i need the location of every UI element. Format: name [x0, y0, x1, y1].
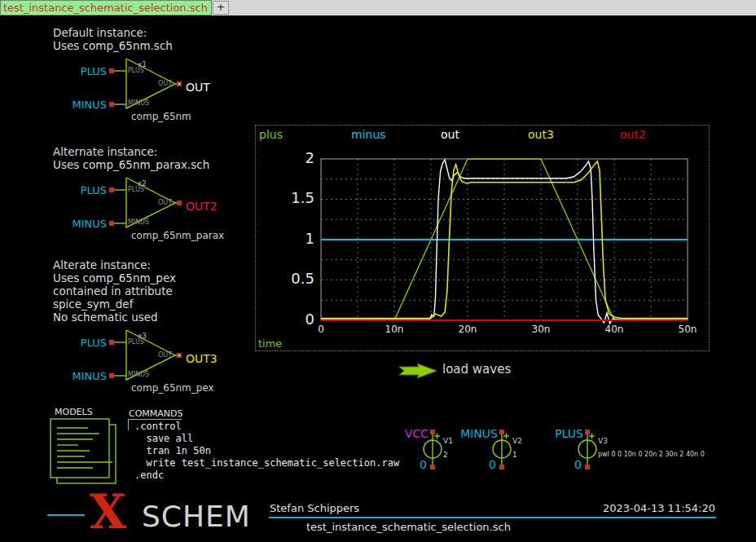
comparator-symbol-x1[interactable]: PLUS MINUS OUT x1 PLUS MINUS OUT comp_65… [51, 59, 296, 124]
pin-label-out: OUT [144, 199, 172, 206]
pin-label-out: OUT [144, 351, 172, 359]
instance-heading: Default instance: Uses comp_65nm.sch [53, 26, 173, 52]
xschem-logo-x: X [90, 488, 126, 535]
source-value: 2 [443, 451, 448, 459]
pin-label-out: OUT [144, 80, 172, 87]
net-label-gnd[interactable]: 0 [485, 458, 496, 471]
net-label-out3[interactable]: OUT3 [186, 352, 218, 365]
pin-label-minus: MINUS [128, 218, 149, 226]
symbol-name: comp_65nm_pex [131, 382, 214, 394]
x-tick-10n: 10n [376, 324, 412, 335]
title-block-rule-left [47, 514, 85, 516]
commands-label: COMMANDS [129, 408, 183, 419]
xschem-logo-text: SCHEM [142, 500, 251, 533]
green-arrow-icon [399, 364, 438, 380]
net-label-minus[interactable]: MINUS [69, 370, 107, 382]
pin-label-plus: PLUS [128, 338, 144, 346]
schematic-filename: test_instance_schematic_selection.sch [306, 521, 511, 533]
tab-bar: test_instance_schematic_selection.sch + [0, 0, 756, 15]
y-tick-0-5: 0.5 [279, 270, 314, 287]
legend-minus[interactable]: minus [351, 128, 386, 141]
symbol-name: comp_65nm [131, 111, 191, 122]
tab-current-schematic[interactable]: test_instance_schematic_selection.sch [0, 0, 212, 15]
instance-heading: Alterate instance: Uses comp_65nm_pex co… [53, 258, 176, 324]
pin-label-minus: MINUS [128, 371, 149, 378]
net-label-plus[interactable]: PLUS [512, 427, 583, 440]
net-label-gnd[interactable]: 0 [570, 458, 582, 471]
symbol-name: comp_65nm_parax [131, 230, 224, 241]
author-name: Stefan Schippers [270, 502, 359, 514]
net-label-minus[interactable]: MINUS [69, 99, 107, 111]
legend-out[interactable]: out [441, 128, 459, 141]
x-axis-label: time [258, 337, 282, 350]
legend-out2[interactable]: out2 [620, 128, 646, 141]
net-label-out[interactable]: OUT [186, 81, 210, 94]
title-block-rule-right [269, 517, 716, 518]
legend-plus[interactable]: plus [259, 128, 283, 141]
x-tick-40n: 40n [596, 324, 632, 335]
net-label-out2[interactable]: OUT2 [186, 200, 218, 213]
source-pwl-value: pwl 0 0 10n 0 20n 2 30n 2 40n 0 [598, 451, 705, 458]
y-tick-1: 1 [279, 230, 314, 247]
waveform-plot-area[interactable] [256, 126, 709, 350]
legend-out3[interactable]: out3 [528, 128, 554, 141]
source-designator: V3 [598, 437, 608, 445]
net-label-gnd[interactable]: 0 [415, 458, 427, 471]
voltage-source-v3[interactable]: PLUS V3 pwl 0 0 10n 0 20n 2 30n 2 40n 0 … [560, 427, 707, 474]
timestamp: 2023-04-13 11:54:20 [570, 502, 715, 514]
waveform-graph[interactable]: plus minus out out3 out2 2 1.5 1 0.5 0 0… [255, 125, 710, 351]
x-tick-50n: 50n [670, 324, 705, 335]
x-tick-30n: 30n [523, 324, 559, 335]
net-label-plus[interactable]: PLUS [69, 65, 107, 77]
new-tab-button[interactable]: + [213, 1, 229, 15]
xschem-window: test_instance_schematic_selection.sch + … [0, 0, 756, 542]
net-label-minus[interactable]: MINUS [69, 218, 107, 230]
x-tick-20n: 20n [450, 324, 486, 335]
models-label: MODELS [55, 407, 93, 417]
pin-label-plus: PLUS [128, 67, 144, 74]
pin-label-plus: PLUS [128, 186, 144, 193]
source-value: 1 [512, 451, 517, 459]
net-label-plus[interactable]: PLUS [69, 184, 107, 196]
net-label-minus[interactable]: MINUS [426, 427, 498, 440]
models-stack-icon[interactable] [49, 417, 124, 492]
load-waves-label: load waves [442, 362, 511, 377]
net-label-vcc[interactable]: VCC [357, 427, 429, 440]
y-tick-2: 2 [279, 149, 314, 166]
y-tick-1-5: 1.5 [279, 189, 314, 206]
pin-label-minus: MINUS [128, 99, 149, 107]
x-tick-0: 0 [303, 324, 339, 335]
net-label-plus[interactable]: PLUS [69, 337, 107, 349]
instance-heading: Alternate instance: Uses comp_65nm_parax… [53, 145, 209, 171]
